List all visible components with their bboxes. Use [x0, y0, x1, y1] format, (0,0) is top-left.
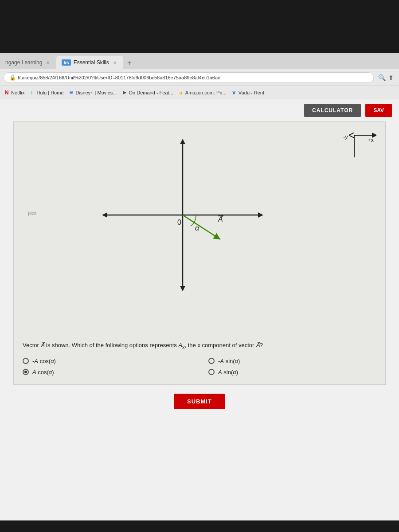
amazon-icon: a	[178, 90, 184, 96]
tab-label-engage: ngage Learning	[5, 59, 42, 66]
tab-engage-learning[interactable]: ngage Learning ✕	[0, 56, 56, 69]
bookmark-vudu-label: Vudu - Rent	[239, 90, 264, 95]
bookmark-demand-label: On Demand - Feat...	[129, 90, 173, 95]
option-4-label: A sin(α)	[218, 369, 238, 376]
svg-marker-9	[180, 286, 185, 291]
svg-line-10	[183, 215, 220, 239]
url-text: t/takequiz/858/24/166/Unit%202/0?ltiUser…	[18, 75, 220, 80]
share-icon[interactable]: ⬆	[388, 74, 394, 81]
svg-text:-y: -y	[343, 133, 348, 140]
tab-bar: ngage Learning ✕ ks Essential Skills ✕ +	[0, 53, 399, 69]
option-3[interactable]: A cos(α)	[23, 369, 191, 376]
option-2-label: -A sin(α)	[218, 358, 240, 364]
tab-label-essential: Essential Skills	[74, 59, 109, 66]
question-area: Vector A⃗ is shown. Which of the followi…	[13, 334, 386, 385]
radio-3[interactable]	[23, 369, 29, 375]
diagram-area: pics -y +x	[13, 121, 386, 334]
tab-add-button[interactable]: +	[123, 57, 136, 69]
option-4[interactable]: A sin(α)	[208, 369, 376, 376]
svg-text:+x: +x	[368, 137, 374, 143]
svg-text:α: α	[195, 224, 200, 232]
lock-icon: 🔒	[9, 74, 16, 81]
tab-close-engage: ✕	[45, 60, 51, 66]
browser-chrome: ngage Learning ✕ ks Essential Skills ✕ +…	[0, 53, 399, 99]
bookmark-hulu[interactable]: h Hulu | Home	[29, 90, 64, 96]
vudu-icon: V	[231, 90, 237, 96]
demand-icon: ▶	[121, 90, 128, 96]
netflix-icon: N	[4, 90, 10, 96]
svg-marker-7	[180, 139, 185, 144]
svg-text:A: A	[218, 215, 223, 223]
question-text: Vector A⃗ is shown. Which of the followi…	[23, 341, 376, 351]
submit-area: SUBMIT	[0, 385, 399, 418]
address-bar-row: 🔒 t/takequiz/858/24/166/Unit%202/0?ltiUs…	[0, 69, 399, 86]
address-bar[interactable]: 🔒 t/takequiz/858/24/166/Unit%202/0?ltiUs…	[4, 72, 374, 83]
bookmark-disney[interactable]: ⊕ Disney+ | Movies...	[68, 90, 117, 96]
bookmark-netflix-label: Netflix	[11, 90, 25, 95]
disney-icon: ⊕	[68, 90, 74, 96]
quiz-toolbar: CALCULATOR SAV	[0, 99, 399, 121]
option-3-label: A cos(α)	[32, 369, 54, 376]
bottom-bezel: MacBook Air	[0, 520, 399, 532]
option-1[interactable]: -A cos(α)	[23, 358, 191, 364]
search-icon[interactable]: 🔍	[378, 74, 386, 81]
tab-icon-essential: ks	[62, 59, 70, 66]
bookmark-amazon[interactable]: a Amazon.com: Pri...	[178, 90, 227, 96]
answer-options: -A cos(α) -A sin(α) A cos(α) A sin(α)	[23, 358, 376, 376]
option-2[interactable]: -A sin(α)	[208, 358, 376, 364]
bookmark-hulu-label: Hulu | Home	[37, 90, 64, 95]
bookmark-demand[interactable]: ▶ On Demand - Feat...	[121, 90, 173, 96]
bookmark-vudu[interactable]: V Vudu - Rent	[231, 90, 264, 96]
radio-1[interactable]	[23, 358, 29, 364]
save-button[interactable]: SAV	[365, 104, 392, 117]
bookmarks-bar: N Netflix h Hulu | Home ⊕ Disney+ | Movi…	[0, 86, 399, 99]
bookmark-netflix[interactable]: N Netflix	[4, 90, 25, 96]
main-coordinate-diagram: α 0 A	[98, 135, 267, 295]
bookmark-amazon-label: Amazon.com: Pri...	[185, 90, 227, 95]
hulu-icon: h	[29, 90, 35, 96]
page-content: CALCULATOR SAV pics -y +x	[0, 99, 399, 520]
tab-close-essential[interactable]: ✕	[112, 60, 118, 66]
small-coordinate-axes: -y +x	[341, 131, 376, 166]
svg-marker-8	[102, 212, 107, 218]
tab-essential-skills[interactable]: ks Essential Skills ✕	[56, 56, 123, 69]
radio-2[interactable]	[208, 358, 215, 364]
browser-action-icons: 🔍 ⬆	[376, 74, 395, 81]
option-1-label: -A cos(α)	[32, 358, 56, 364]
svg-text:0: 0	[177, 219, 181, 226]
svg-marker-6	[258, 212, 263, 218]
bookmark-disney-label: Disney+ | Movies...	[76, 90, 117, 95]
calculator-button[interactable]: CALCULATOR	[304, 104, 361, 117]
side-label: pics	[28, 211, 37, 216]
submit-button[interactable]: SUBMIT	[174, 394, 225, 409]
radio-4[interactable]	[208, 369, 215, 375]
top-bezel	[0, 0, 399, 53]
